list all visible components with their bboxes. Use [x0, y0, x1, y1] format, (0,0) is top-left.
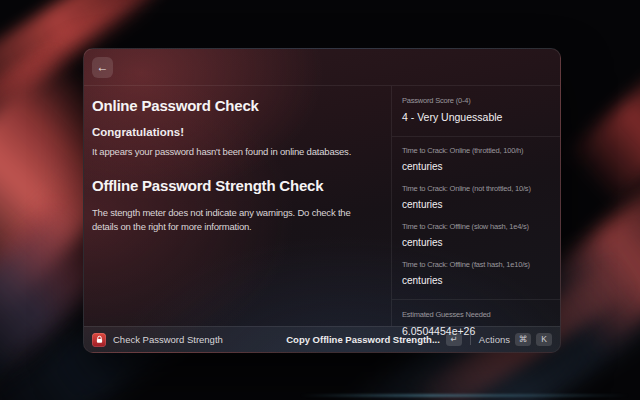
offline-check-title: Offline Password Strength Check [92, 177, 385, 194]
lock-icon [92, 333, 106, 347]
action-bar: Check Password Strength Copy Offline Pas… [84, 326, 560, 352]
crack-time-label: Time to Crack: Online (throttled, 100/h) [402, 146, 550, 155]
online-check-body: It appears your password hasn't been fou… [92, 145, 385, 160]
crack-time-label: Time to Crack: Offline (fast hash, 1e10/… [402, 260, 550, 269]
congratulations-heading: Congratulations! [92, 126, 385, 138]
k-key-icon: K [536, 333, 552, 346]
copy-offline-password-strength-button[interactable]: Copy Offline Password Strength... ↵ [286, 333, 462, 346]
command-title: Check Password Strength [113, 334, 223, 345]
primary-action-label: Copy Offline Password Strength... [286, 334, 440, 345]
crack-time-value: centuries [402, 199, 550, 210]
return-key-icon: ↵ [446, 333, 462, 346]
crack-time-item: Time to Crack: Online (throttled, 100/h)… [402, 146, 550, 172]
crack-time-item: Time to Crack: Offline (fast hash, 1e10/… [402, 260, 550, 286]
back-button[interactable]: ← [92, 57, 113, 78]
main-content: Online Password Check Congratulations! I… [84, 86, 391, 326]
crack-time-label: Time to Crack: Offline (slow hash, 1e4/s… [402, 222, 550, 231]
command-chip: Check Password Strength [92, 333, 223, 347]
crack-time-item: Time to Crack: Online (not throttled, 10… [402, 184, 550, 210]
crack-time-label: Time to Crack: Online (not throttled, 10… [402, 184, 550, 193]
actions-label: Actions [479, 334, 510, 345]
crack-time-value: centuries [402, 275, 550, 286]
offline-check-body: The stength meter does not indicate any … [92, 206, 385, 235]
crack-time-value: centuries [402, 237, 550, 248]
raycast-window: ← Online Password Check Congratulations!… [83, 48, 561, 353]
footer-divider [470, 334, 471, 345]
action-bar-right: Copy Offline Password Strength... ↵ Acti… [286, 333, 552, 346]
back-arrow-icon: ← [97, 61, 109, 73]
command-key-icon: ⌘ [515, 333, 531, 346]
actions-button[interactable]: Actions ⌘ K [479, 333, 552, 346]
password-score-label: Password Score (0-4) [402, 96, 550, 105]
wallpaper-streak [300, 394, 630, 397]
password-score-section: Password Score (0-4) 4 - Very Unguessabl… [392, 86, 560, 137]
estimated-guesses-label: Estimated Guesses Needed [402, 310, 550, 319]
password-score-value: 4 - Very Unguessable [402, 111, 550, 123]
metadata-sidebar: Password Score (0-4) 4 - Very Unguessabl… [391, 86, 560, 326]
window-body: Online Password Check Congratulations! I… [84, 86, 560, 326]
time-to-crack-section: Time to Crack: Online (throttled, 100/h)… [392, 137, 560, 299]
crack-time-value: centuries [402, 161, 550, 172]
online-check-title: Online Password Check [92, 97, 385, 114]
screen: { "icons": { "back": "←", "return_key": … [0, 0, 640, 400]
wallpaper-streak [566, 54, 640, 206]
crack-time-item: Time to Crack: Offline (slow hash, 1e4/s… [402, 222, 550, 248]
window-header: ← [84, 49, 560, 86]
